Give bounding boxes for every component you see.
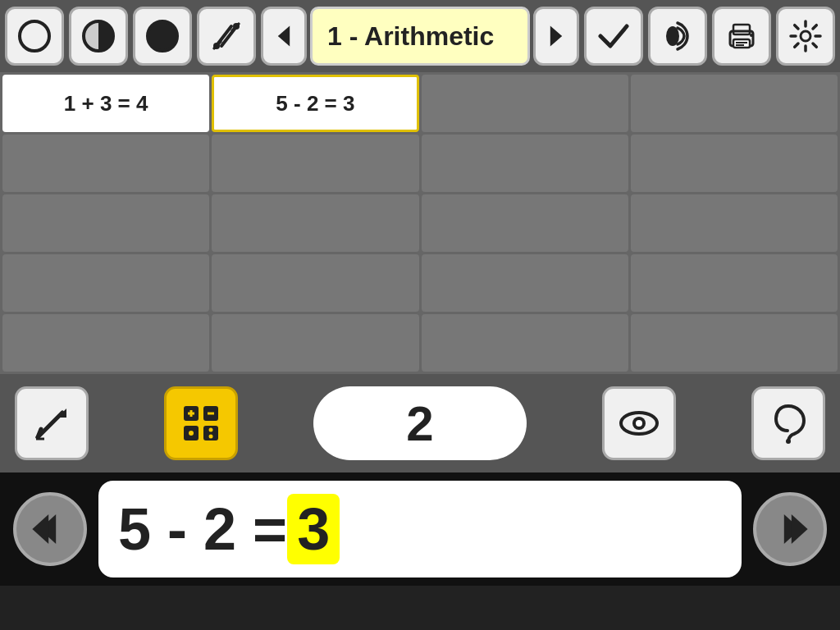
grid-cell-13[interactable] bbox=[212, 254, 418, 312]
svg-point-32 bbox=[209, 435, 213, 439]
svg-marker-9 bbox=[278, 25, 290, 46]
equation-bar: 5 - 2 = 3 bbox=[0, 472, 840, 586]
grid-cell-3[interactable] bbox=[631, 75, 838, 132]
circle-empty-button[interactable] bbox=[5, 7, 64, 66]
svg-point-2 bbox=[148, 21, 177, 51]
audio-button[interactable] bbox=[648, 7, 707, 66]
forward-nav-button[interactable] bbox=[753, 492, 827, 566]
answer-bubble[interactable]: 2 bbox=[313, 386, 527, 460]
circle-filled-button[interactable] bbox=[133, 7, 192, 66]
svg-rect-13 bbox=[733, 25, 750, 34]
next-button[interactable] bbox=[533, 7, 579, 66]
grid-cell-4[interactable] bbox=[2, 135, 209, 192]
grid-cell-2[interactable] bbox=[422, 75, 628, 132]
svg-marker-40 bbox=[792, 514, 808, 544]
grid-cell-9[interactable] bbox=[212, 194, 418, 252]
title-text: 1 - Arithmetic bbox=[327, 21, 494, 52]
grid-cell-7[interactable] bbox=[631, 135, 838, 192]
grid-cell-18[interactable] bbox=[422, 314, 628, 372]
grid-cell-15[interactable] bbox=[631, 254, 838, 312]
prev-button[interactable] bbox=[261, 7, 307, 66]
svg-marker-20 bbox=[57, 409, 66, 418]
settings-button[interactable] bbox=[776, 7, 835, 66]
grid-cell-8[interactable] bbox=[2, 194, 209, 252]
grid-cell-16[interactable] bbox=[2, 314, 209, 372]
equation-lhs: 5 - 2 = bbox=[118, 495, 287, 563]
grid-cell-14[interactable] bbox=[422, 254, 628, 312]
svg-point-36 bbox=[786, 439, 791, 444]
eye-button[interactable] bbox=[602, 386, 676, 460]
grid-cell-0[interactable]: 1 + 3 = 4 bbox=[2, 75, 209, 132]
print-button[interactable] bbox=[712, 7, 771, 66]
equation-answer: 3 bbox=[287, 494, 340, 564]
answer-value: 2 bbox=[406, 395, 433, 452]
svg-marker-10 bbox=[550, 25, 562, 46]
bottom-toolbar: 2 bbox=[0, 374, 840, 472]
top-bar: 1 - Arithmetic bbox=[0, 0, 840, 72]
svg-point-31 bbox=[209, 428, 213, 432]
back-nav-button[interactable] bbox=[13, 492, 87, 566]
grid-cell-11[interactable] bbox=[631, 194, 838, 252]
svg-point-0 bbox=[20, 21, 49, 51]
svg-point-17 bbox=[750, 34, 753, 37]
svg-point-18 bbox=[801, 31, 810, 41]
ear-button[interactable] bbox=[751, 386, 825, 460]
grid-area: 1 + 3 = 4 5 - 2 = 3 bbox=[0, 72, 840, 374]
svg-marker-38 bbox=[32, 514, 48, 544]
grid-cell-5[interactable] bbox=[212, 135, 418, 192]
grid-cell-6[interactable] bbox=[422, 135, 628, 192]
grid-cell-10[interactable] bbox=[422, 194, 628, 252]
title-area: 1 - Arithmetic bbox=[261, 7, 579, 66]
page-title: 1 - Arithmetic bbox=[310, 7, 530, 66]
grid-cell-19[interactable] bbox=[631, 314, 838, 372]
svg-point-11 bbox=[666, 26, 679, 46]
grid-cell-17[interactable] bbox=[212, 314, 418, 372]
circle-half-button[interactable] bbox=[69, 7, 128, 66]
check-button[interactable] bbox=[584, 7, 643, 66]
calculator-button[interactable] bbox=[164, 386, 238, 460]
edit-button[interactable] bbox=[15, 386, 89, 460]
equation-display: 5 - 2 = 3 bbox=[98, 481, 742, 578]
tools-button[interactable] bbox=[197, 7, 256, 66]
svg-point-35 bbox=[636, 420, 642, 427]
grid-cell-12[interactable] bbox=[2, 254, 209, 312]
grid-cell-1[interactable]: 5 - 2 = 3 bbox=[212, 75, 418, 132]
svg-point-30 bbox=[189, 431, 194, 436]
